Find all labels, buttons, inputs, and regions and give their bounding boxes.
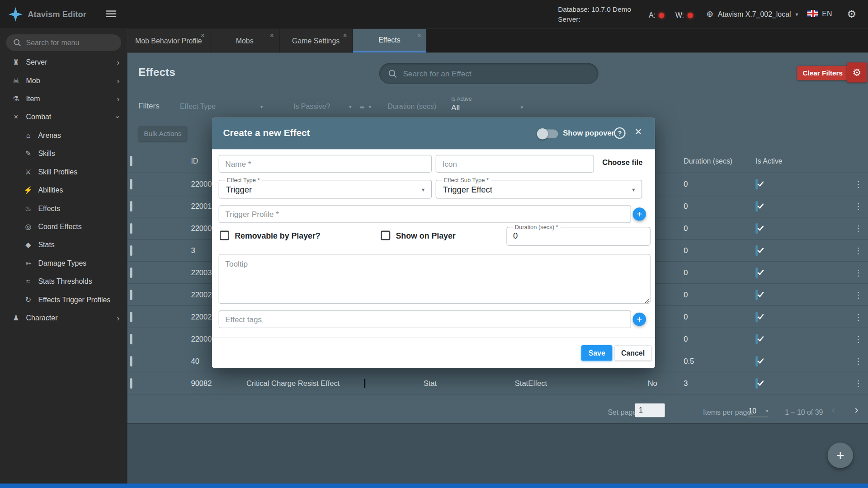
help-icon[interactable]: ? [614, 127, 626, 139]
sidebar-search[interactable] [6, 34, 121, 51]
clear-filters-button[interactable]: Clear Filters [797, 66, 848, 80]
is-active-checkbox[interactable] [755, 245, 758, 255]
row-menu-icon[interactable]: ⋮ [854, 179, 862, 189]
close-icon[interactable]: × [270, 32, 274, 40]
sidebar-item-mob[interactable]: ☠ Mob › [0, 71, 127, 89]
sidebar-item-stats-thresholds[interactable]: ≈ Stats Thresholds [0, 272, 127, 290]
next-page-icon[interactable]: › [855, 404, 859, 416]
settings-gear-icon[interactable]: ⚙ [847, 8, 856, 20]
sidebar-item-effects-trigger-profiles[interactable]: ↻ Effects Trigger Profiles [0, 291, 127, 309]
name-field[interactable] [219, 155, 432, 173]
row-menu-icon[interactable]: ⋮ [854, 201, 862, 211]
sidebar-item-character[interactable]: ♟ Character › [0, 309, 127, 327]
row-menu-icon[interactable]: ⋮ [854, 223, 862, 233]
filter-is-active[interactable]: Is Active All ▾ [451, 96, 523, 112]
duration-field[interactable]: Duration (secs) * [506, 227, 650, 246]
row-checkbox[interactable] [130, 179, 132, 189]
table-settings-button[interactable]: ⚙ [847, 62, 867, 82]
bulk-actions-button[interactable]: Bulk Actions [138, 126, 187, 141]
row-checkbox[interactable] [130, 333, 132, 344]
server-selector[interactable]: ⊕ Atavism X.7_002_local ▾ [706, 9, 798, 19]
add-effect-fab[interactable]: + [828, 443, 853, 468]
is-active-checkbox[interactable] [755, 201, 758, 211]
show-popover-toggle[interactable] [538, 130, 558, 139]
filter-effect-type[interactable]: Effect Type ▾ [180, 103, 263, 111]
is-active-checkbox[interactable] [755, 289, 758, 300]
row-menu-icon[interactable]: ⋮ [854, 378, 862, 388]
row-checkbox[interactable] [130, 289, 132, 300]
sidebar-item-abilities[interactable]: ⚡ Abilities [0, 181, 127, 199]
sidebar-item-damage-types[interactable]: ➳ Damage Types [0, 254, 127, 272]
row-menu-icon[interactable]: ⋮ [854, 245, 862, 255]
trigger-profile-field[interactable] [219, 205, 631, 223]
effect-search-input[interactable] [403, 69, 580, 78]
is-active-checkbox[interactable] [755, 333, 758, 344]
removable-label: Removable by Player? [235, 231, 320, 240]
sidebar-item-server[interactable]: ♜ Server › [0, 53, 127, 71]
show-on-player-checkbox[interactable] [381, 231, 390, 240]
items-per-page-select[interactable]: 10 ▾ [749, 407, 769, 417]
sidebar-item-item[interactable]: ⚗ Item › [0, 89, 127, 108]
is-active-checkbox[interactable] [755, 356, 758, 366]
language-selector[interactable]: EN [807, 9, 832, 18]
filter-operator[interactable]: = ▾ [360, 103, 371, 112]
save-button[interactable]: Save [581, 345, 613, 361]
filter-label: Duration (secs) [387, 103, 436, 111]
tab-mob-behavior-profile[interactable]: Mob Behavior Profile × [127, 29, 211, 53]
modal-close-icon[interactable]: × [635, 126, 642, 137]
is-active-checkbox[interactable] [755, 267, 758, 277]
sidebar-item-skills[interactable]: ✎ Skills [0, 145, 127, 163]
close-icon[interactable]: × [201, 32, 205, 40]
row-menu-icon[interactable]: ⋮ [854, 267, 862, 277]
filter-duration[interactable]: Duration (secs) [387, 103, 436, 111]
select-all-checkbox[interactable] [130, 156, 132, 166]
effect-sub-type-select[interactable]: Effect Sub Type * Trigger Effect ▾ [436, 180, 642, 199]
row-checkbox[interactable] [130, 223, 132, 233]
is-active-checkbox[interactable] [755, 311, 758, 322]
close-icon[interactable]: × [343, 32, 347, 40]
row-checkbox[interactable] [130, 201, 132, 211]
page-number-input[interactable] [635, 404, 665, 418]
is-active-checkbox[interactable] [755, 378, 758, 388]
previous-page-icon[interactable]: ‹ [831, 404, 835, 416]
table-row[interactable]: 90082 Critical Charge Resist Effect Stat… [127, 372, 868, 394]
tab-game-settings[interactable]: Game Settings × [279, 29, 353, 53]
is-active-checkbox[interactable] [755, 179, 758, 189]
icon-field[interactable] [436, 155, 594, 173]
row-checkbox[interactable] [130, 378, 132, 388]
tab-effects[interactable]: Effects × [353, 29, 426, 53]
filter-is-passive[interactable]: Is Passive? ▾ [293, 103, 352, 111]
row-checkbox[interactable] [130, 267, 132, 277]
sidebar-item-skill-profiles[interactable]: ⚔ Skill Profiles [0, 163, 127, 181]
sidebar-item-combat[interactable]: × Combat › [0, 108, 127, 126]
add-trigger-profile-button[interactable]: + [633, 207, 646, 221]
is-active-checkbox[interactable] [755, 223, 758, 233]
sidebar-search-input[interactable] [26, 38, 109, 47]
row-menu-icon[interactable]: ⋮ [854, 290, 862, 300]
duration-input[interactable] [513, 231, 580, 240]
row-menu-icon[interactable]: ⋮ [854, 334, 862, 344]
tab-mobs[interactable]: Mobs × [210, 29, 279, 53]
hamburger-menu-icon[interactable] [106, 10, 116, 18]
chevron-down-icon: ▾ [795, 11, 798, 17]
sidebar-item-arenas[interactable]: ⌂ Arenas [0, 126, 127, 144]
effect-type-select[interactable]: Effect Type * Trigger ▾ [219, 180, 432, 199]
effect-tags-field[interactable] [219, 310, 631, 328]
a-status-dot [659, 13, 665, 18]
cancel-button[interactable]: Cancel [614, 345, 651, 361]
sidebar-item-coord-effects[interactable]: ◎ Coord Effects [0, 217, 127, 235]
row-menu-icon[interactable]: ⋮ [854, 356, 862, 366]
row-checkbox[interactable] [130, 356, 132, 366]
effect-search[interactable] [379, 63, 599, 84]
removable-checkbox[interactable] [220, 231, 229, 240]
tooltip-textarea[interactable] [219, 254, 651, 304]
row-checkbox[interactable] [130, 311, 132, 322]
add-effect-tag-button[interactable]: + [633, 313, 646, 326]
row-checkbox[interactable] [130, 245, 132, 255]
choose-file-button[interactable]: Choose file [602, 158, 642, 166]
row-menu-icon[interactable]: ⋮ [854, 312, 862, 322]
sidebar-item-stats[interactable]: ◆ Stats [0, 236, 127, 254]
effect-sub-type-value: Trigger Effect [443, 185, 492, 194]
sidebar-item-effects[interactable]: ♨ Effects [0, 199, 127, 217]
close-icon[interactable]: × [417, 32, 421, 40]
